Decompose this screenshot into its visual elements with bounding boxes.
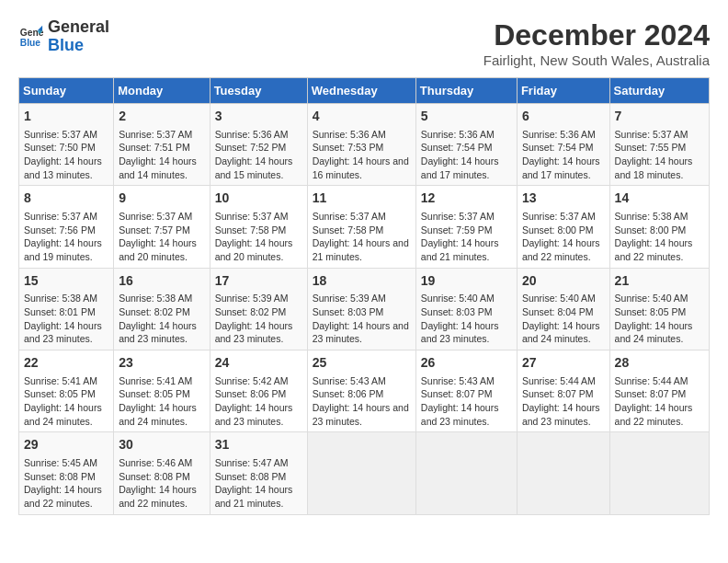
sunrise-info: Sunrise: 5:44 AM bbox=[522, 374, 605, 388]
table-row: 1Sunrise: 5:37 AMSunset: 7:50 PMDaylight… bbox=[19, 104, 114, 186]
table-row: 15Sunrise: 5:38 AMSunset: 8:01 PMDayligh… bbox=[19, 268, 114, 350]
logo-text: General Blue bbox=[48, 18, 109, 55]
sunrise-info: Sunrise: 5:37 AM bbox=[421, 210, 512, 224]
sunset-info: Sunset: 7:54 PM bbox=[421, 141, 512, 155]
sunrise-info: Sunrise: 5:41 AM bbox=[119, 374, 204, 388]
day-number: 17 bbox=[215, 272, 302, 291]
sunrise-info: Sunrise: 5:40 AM bbox=[615, 292, 704, 305]
table-row: 14Sunrise: 5:38 AMSunset: 8:00 PMDayligh… bbox=[609, 186, 709, 268]
sunrise-info: Sunrise: 5:37 AM bbox=[313, 210, 411, 224]
daylight-info: Daylight: 14 hours and 14 minutes. bbox=[119, 155, 204, 181]
daylight-info: Daylight: 14 hours and 22 minutes. bbox=[522, 236, 605, 263]
daylight-info: Daylight: 14 hours and 17 minutes. bbox=[522, 155, 605, 181]
sunrise-info: Sunrise: 5:42 AM bbox=[215, 374, 302, 388]
table-row: 26Sunrise: 5:43 AMSunset: 8:07 PMDayligh… bbox=[415, 350, 517, 432]
svg-text:Blue: Blue bbox=[20, 38, 41, 48]
table-row: 12Sunrise: 5:37 AMSunset: 7:59 PMDayligh… bbox=[415, 186, 517, 268]
calendar-row: 15Sunrise: 5:38 AMSunset: 8:01 PMDayligh… bbox=[19, 268, 710, 350]
table-row: 17Sunrise: 5:39 AMSunset: 8:02 PMDayligh… bbox=[210, 268, 307, 350]
day-number: 21 bbox=[615, 272, 704, 291]
sunset-info: Sunset: 7:54 PM bbox=[522, 141, 605, 155]
sunset-info: Sunset: 8:00 PM bbox=[615, 224, 704, 237]
sunrise-info: Sunrise: 5:40 AM bbox=[421, 292, 512, 305]
daylight-info: Daylight: 14 hours and 23 minutes. bbox=[119, 319, 204, 346]
table-row: 5Sunrise: 5:36 AMSunset: 7:54 PMDaylight… bbox=[415, 104, 517, 186]
day-number: 4 bbox=[313, 108, 411, 126]
sunrise-info: Sunrise: 5:37 AM bbox=[119, 210, 204, 224]
sunrise-info: Sunrise: 5:43 AM bbox=[313, 374, 411, 388]
day-number: 22 bbox=[24, 354, 108, 373]
header: General Blue General Blue December 2024 … bbox=[18, 18, 710, 68]
table-row: 2Sunrise: 5:37 AMSunset: 7:51 PMDaylight… bbox=[114, 104, 210, 186]
sunrise-info: Sunrise: 5:39 AM bbox=[313, 292, 411, 305]
sunset-info: Sunset: 7:56 PM bbox=[24, 224, 108, 237]
day-number: 12 bbox=[421, 190, 512, 208]
table-row: 9Sunrise: 5:37 AMSunset: 7:57 PMDaylight… bbox=[114, 186, 210, 268]
day-number: 27 bbox=[522, 354, 605, 373]
day-number: 2 bbox=[119, 108, 204, 126]
sunrise-info: Sunrise: 5:38 AM bbox=[119, 292, 204, 305]
daylight-info: Daylight: 14 hours and 24 minutes. bbox=[522, 319, 605, 346]
table-row: 27Sunrise: 5:44 AMSunset: 8:07 PMDayligh… bbox=[517, 350, 609, 432]
day-number: 13 bbox=[522, 190, 605, 208]
sunrise-info: Sunrise: 5:43 AM bbox=[421, 374, 512, 388]
table-row bbox=[517, 432, 609, 514]
daylight-info: Daylight: 14 hours and 23 minutes. bbox=[24, 319, 108, 346]
sunset-info: Sunset: 8:06 PM bbox=[313, 387, 411, 401]
table-row: 7Sunrise: 5:37 AMSunset: 7:55 PMDaylight… bbox=[609, 104, 709, 186]
daylight-info: Daylight: 14 hours and 17 minutes. bbox=[421, 155, 512, 181]
daylight-info: Daylight: 14 hours and 19 minutes. bbox=[24, 236, 108, 263]
table-row bbox=[307, 432, 415, 514]
table-row: 20Sunrise: 5:40 AMSunset: 8:04 PMDayligh… bbox=[517, 268, 609, 350]
table-row: 25Sunrise: 5:43 AMSunset: 8:06 PMDayligh… bbox=[307, 350, 415, 432]
table-row: 31Sunrise: 5:47 AMSunset: 8:08 PMDayligh… bbox=[210, 432, 307, 514]
table-row: 16Sunrise: 5:38 AMSunset: 8:02 PMDayligh… bbox=[114, 268, 210, 350]
daylight-info: Daylight: 14 hours and 24 minutes. bbox=[119, 401, 204, 428]
daylight-info: Daylight: 14 hours and 15 minutes. bbox=[215, 155, 302, 181]
daylight-info: Daylight: 14 hours and 20 minutes. bbox=[215, 236, 302, 263]
sunrise-info: Sunrise: 5:37 AM bbox=[24, 210, 108, 224]
day-number: 10 bbox=[215, 190, 302, 208]
table-row: 8Sunrise: 5:37 AMSunset: 7:56 PMDaylight… bbox=[19, 186, 114, 268]
daylight-info: Daylight: 14 hours and 23 minutes. bbox=[421, 319, 512, 346]
sunrise-info: Sunrise: 5:44 AM bbox=[615, 374, 704, 388]
day-number: 14 bbox=[615, 190, 704, 208]
daylight-info: Daylight: 14 hours and 22 minutes. bbox=[119, 483, 204, 510]
day-number: 19 bbox=[421, 272, 512, 291]
table-row: 3Sunrise: 5:36 AMSunset: 7:52 PMDaylight… bbox=[210, 104, 307, 186]
daylight-info: Daylight: 14 hours and 20 minutes. bbox=[119, 236, 204, 263]
sunset-info: Sunset: 8:05 PM bbox=[119, 387, 204, 401]
table-row: 24Sunrise: 5:42 AMSunset: 8:06 PMDayligh… bbox=[210, 350, 307, 432]
table-row: 13Sunrise: 5:37 AMSunset: 8:00 PMDayligh… bbox=[517, 186, 609, 268]
sunset-info: Sunset: 8:01 PM bbox=[24, 305, 108, 319]
day-number: 30 bbox=[119, 436, 204, 454]
day-number: 31 bbox=[215, 436, 302, 454]
sunrise-info: Sunrise: 5:38 AM bbox=[615, 210, 704, 224]
daylight-info: Daylight: 14 hours and 24 minutes. bbox=[615, 319, 704, 346]
col-thursday: Thursday bbox=[415, 78, 517, 104]
daylight-info: Daylight: 14 hours and 21 minutes. bbox=[421, 236, 512, 263]
daylight-info: Daylight: 14 hours and 22 minutes. bbox=[615, 401, 704, 428]
sunset-info: Sunset: 8:08 PM bbox=[215, 470, 302, 484]
sunset-info: Sunset: 7:57 PM bbox=[119, 224, 204, 237]
daylight-info: Daylight: 14 hours and 23 minutes. bbox=[215, 401, 302, 428]
col-tuesday: Tuesday bbox=[210, 78, 307, 104]
day-number: 15 bbox=[24, 272, 108, 291]
sunrise-info: Sunrise: 5:41 AM bbox=[24, 374, 108, 388]
daylight-info: Daylight: 14 hours and 13 minutes. bbox=[24, 155, 108, 181]
sunrise-info: Sunrise: 5:47 AM bbox=[215, 456, 302, 470]
sunrise-info: Sunrise: 5:38 AM bbox=[24, 292, 108, 305]
daylight-info: Daylight: 14 hours and 22 minutes. bbox=[24, 483, 108, 510]
day-number: 8 bbox=[24, 190, 108, 208]
sunset-info: Sunset: 8:07 PM bbox=[522, 387, 605, 401]
table-row: 19Sunrise: 5:40 AMSunset: 8:03 PMDayligh… bbox=[415, 268, 517, 350]
daylight-info: Daylight: 14 hours and 23 minutes. bbox=[215, 319, 302, 346]
day-number: 7 bbox=[615, 108, 704, 126]
col-saturday: Saturday bbox=[609, 78, 709, 104]
sunrise-info: Sunrise: 5:39 AM bbox=[215, 292, 302, 305]
sunset-info: Sunset: 8:03 PM bbox=[421, 305, 512, 319]
day-number: 3 bbox=[215, 108, 302, 126]
daylight-info: Daylight: 14 hours and 23 minutes. bbox=[522, 401, 605, 428]
sunset-info: Sunset: 7:59 PM bbox=[421, 224, 512, 237]
table-row: 28Sunrise: 5:44 AMSunset: 8:07 PMDayligh… bbox=[609, 350, 709, 432]
